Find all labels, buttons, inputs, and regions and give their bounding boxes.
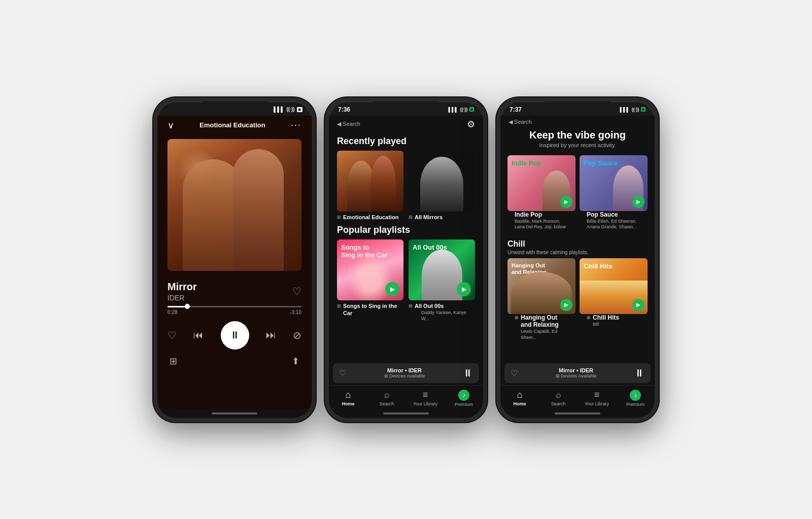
chill-icon: ⊞ <box>587 315 591 320</box>
indie-pop-name: Indie Pop <box>515 211 568 218</box>
all-out-play[interactable]: ▶ <box>457 282 471 296</box>
pop-sauce-art: Pop Sauce ▶ <box>580 155 648 211</box>
pop-sauce-play[interactable]: ▶ <box>632 196 645 208</box>
card-pop-sauce[interactable]: Pop Sauce ▶ Pop Sauce Billie Eilish, Ed … <box>580 155 648 232</box>
elapsed-time: 0:28 <box>167 309 177 315</box>
signal-icon-3: ▌▌▌ <box>620 107 630 112</box>
track-info: Mirror IDER ♡ <box>157 277 312 306</box>
overlay-emotional <box>337 151 403 212</box>
home-content: ◀ Search ⚙ Recently played <box>329 116 483 363</box>
home-bar-1 <box>157 409 312 418</box>
pop-sauce-name: Pop Sauce <box>587 211 640 218</box>
indie-pop-play[interactable]: ▶ <box>560 196 572 208</box>
tab-premium-3[interactable]: ♪ Premium <box>623 390 648 407</box>
next-button[interactable]: ⏭ <box>266 329 276 341</box>
chill-hits-play[interactable]: ▶ <box>632 299 645 311</box>
more-options-button[interactable]: ··· <box>291 120 301 130</box>
popular-playlists-row: Songs toSing in the Car ▶ ⊞ Songs to Sin… <box>329 239 483 322</box>
home-icon-3: ⌂ <box>517 390 523 400</box>
like-control-button[interactable]: ♡ <box>167 329 177 341</box>
block-button[interactable]: ⊘ <box>293 329 301 341</box>
tab-library-3[interactable]: ≡ Your Library <box>584 390 610 407</box>
all-out-art: All Out 00s ▶ <box>409 239 475 300</box>
card-indie-pop[interactable]: Indie Pop ▶ Indie Pop Bastille, Mark Ron… <box>507 155 576 232</box>
time-labels: 0:28 -3:10 <box>167 309 301 315</box>
card-chill-hits[interactable]: Chill Hits ▶ ⊞ Chill Hits Bill <box>580 258 648 342</box>
battery-icon-3: ■ <box>641 107 646 112</box>
indie-pop-art: Indie Pop ▶ <box>507 155 576 211</box>
share-button[interactable]: ⬆ <box>292 356 299 367</box>
card-all-out[interactable]: All Out 00s ▶ ⊞ All Out 00s Daddy Yankee… <box>409 239 475 322</box>
search-icon-3: ⌕ <box>556 390 561 400</box>
now-playing-screen: ∨ Emotional Education ··· <box>157 116 312 409</box>
screen-header-3: ◀ Search <box>500 116 655 127</box>
tab-search-3[interactable]: ⌕ Search <box>546 390 571 407</box>
card-hanging-out[interactable]: Hanging Outand Relaxing ▶ ⊞ Hanging Out … <box>507 258 576 342</box>
card-label-sing: ⊞ Songs to Sing in the Car <box>337 302 403 317</box>
mini-heart-3[interactable]: ♡ <box>511 368 518 378</box>
phone-now-playing: ▌▌▌ ((·)) ■ ∨ Emotional Education ··· <box>153 97 316 422</box>
settings-button[interactable]: ⚙ <box>467 119 475 130</box>
card-emotional-education[interactable]: ⊞ Emotional Education <box>337 151 403 221</box>
mini-track-info-3: Mirror • IDER ⊞ Devices Available <box>518 367 634 378</box>
mini-title-3: Mirror • IDER <box>518 367 634 373</box>
spacer-2 <box>329 322 483 332</box>
connect-devices-button[interactable]: ⊞ <box>170 356 177 367</box>
playlist-icon: ⊞ <box>337 303 341 308</box>
emotional-education-art <box>337 151 403 212</box>
back-button-2[interactable]: ◀ Search <box>337 121 360 127</box>
bw-person <box>420 157 463 212</box>
hanging-play[interactable]: ▶ <box>560 299 572 311</box>
browse-header: Keep the vibe going Inspired by your rec… <box>500 127 655 155</box>
sing-car-play[interactable]: ▶ <box>385 282 399 296</box>
chill-hits-text: Chill Hits <box>584 262 612 270</box>
hanging-text-area: Hanging Out and Relaxing Lewis Capaldi, … <box>521 314 568 340</box>
pop-sauce-label: Pop Sauce <box>584 159 617 167</box>
mini-player-2[interactable]: ♡ Mirror • IDER ⊞ Devices Available ⏸ ⌂ <box>329 363 483 409</box>
card-sing-car[interactable]: Songs toSing in the Car ▶ ⊞ Songs to Sin… <box>337 239 403 322</box>
mini-heart-2[interactable]: ♡ <box>339 368 346 378</box>
prev-button[interactable]: ⏮ <box>193 329 204 341</box>
home-bar-line-1 <box>212 412 257 414</box>
mini-player-inner-2: ♡ Mirror • IDER ⊞ Devices Available ⏸ <box>333 363 479 383</box>
card-label-emotional: ⊞ Emotional Education <box>337 214 403 221</box>
library-label-3: Your Library <box>585 401 609 406</box>
card-sub-allout: Daddy Yankee, Kanye W... <box>415 310 475 322</box>
all-mirrors-art <box>409 151 475 212</box>
pop-sauce-card-label: Pop Sauce Billie Eilish, Ed Sheeran, Ari… <box>580 211 648 232</box>
tab-search-2[interactable]: ⌕ Search <box>374 390 399 407</box>
chill-section-title: Chill <box>500 235 655 250</box>
search-icon-2: ⌕ <box>384 390 390 400</box>
art-bg-all-mirrors <box>409 151 475 212</box>
progress-fill <box>167 306 185 307</box>
screen-1: ∨ Emotional Education ··· <box>157 116 312 418</box>
home-bar-2 <box>329 409 483 418</box>
phone-browse: 7:37 ▶ ▌▌▌ ((·)) ■ ◀ Search Keep the vib… <box>496 97 659 422</box>
tab-home-3[interactable]: ⌂ Home <box>507 390 532 407</box>
signal-icon: ▌▌▌ <box>274 107 284 112</box>
mini-pause-3[interactable]: ⏸ <box>634 367 645 379</box>
mini-player-3[interactable]: ♡ Mirror • IDER ⊞ Devices Available ⏸ ⌂ <box>500 363 655 409</box>
card-all-mirrors[interactable]: ⊞ All Mirrors <box>409 151 475 221</box>
card-name-sing: Songs to Sing in the Car <box>343 302 403 317</box>
pause-button[interactable]: ⏸ <box>221 321 249 350</box>
tab-library-2[interactable]: ≡ Your Library <box>413 390 438 407</box>
tab-home-2[interactable]: ⌂ Home <box>335 390 361 407</box>
like-button[interactable]: ♡ <box>292 285 301 297</box>
progress-bar[interactable] <box>167 306 301 307</box>
mini-left-3: ♡ <box>511 368 518 378</box>
notch-2 <box>373 101 439 114</box>
card-text-emotional: Emotional Education <box>343 214 398 221</box>
spacer-3 <box>500 345 655 356</box>
browse-content: ◀ Search Keep the vibe going Inspired by… <box>500 116 655 363</box>
tab-premium-2[interactable]: ♪ Premium <box>451 390 477 407</box>
back-button-3[interactable]: ◀ Search <box>509 119 532 125</box>
signal-icon-2: ▌▌▌ <box>449 107 458 112</box>
indie-pop-label: Indie Pop <box>512 159 542 167</box>
mini-player-inner-3: ♡ Mirror • IDER ⊞ Devices Available ⏸ <box>504 363 651 383</box>
mini-pause-2[interactable]: ⏸ <box>463 367 473 379</box>
search-label-3: Search <box>551 401 566 406</box>
sing-car-art: Songs toSing in the Car ▶ <box>337 239 403 300</box>
minimize-button[interactable]: ∨ <box>167 120 174 131</box>
premium-label-2: Premium <box>455 402 473 407</box>
